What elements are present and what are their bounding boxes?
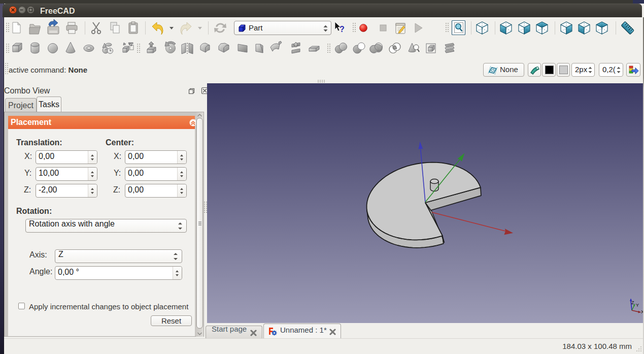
svg-text:?: ?	[340, 25, 345, 34]
svg-text:Y: Y	[636, 303, 639, 308]
svg-text:Z: Z	[631, 300, 634, 305]
